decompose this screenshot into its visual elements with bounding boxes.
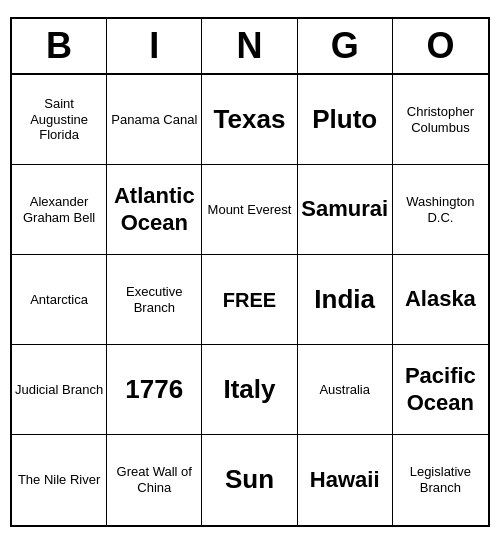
bingo-cell-23: Hawaii <box>298 435 393 525</box>
bingo-cell-4: Christopher Columbus <box>393 75 488 165</box>
bingo-cell-2: Texas <box>202 75 297 165</box>
bingo-letter-b: B <box>12 19 107 73</box>
bingo-cell-13: India <box>298 255 393 345</box>
bingo-cell-14: Alaska <box>393 255 488 345</box>
bingo-cell-0: Saint Augustine Florida <box>12 75 107 165</box>
bingo-letter-g: G <box>298 19 393 73</box>
bingo-cell-10: Antarctica <box>12 255 107 345</box>
bingo-cell-16: 1776 <box>107 345 202 435</box>
bingo-cell-19: Pacific Ocean <box>393 345 488 435</box>
bingo-card: BINGO Saint Augustine FloridaPanama Cana… <box>10 17 490 527</box>
bingo-cell-21: Great Wall of China <box>107 435 202 525</box>
bingo-cell-11: Executive Branch <box>107 255 202 345</box>
bingo-cell-24: Legislative Branch <box>393 435 488 525</box>
bingo-letter-i: I <box>107 19 202 73</box>
bingo-cell-20: The Nile River <box>12 435 107 525</box>
bingo-cell-3: Pluto <box>298 75 393 165</box>
bingo-cell-22: Sun <box>202 435 297 525</box>
bingo-cell-8: Samurai <box>298 165 393 255</box>
bingo-cell-6: Atlantic Ocean <box>107 165 202 255</box>
bingo-cell-9: Washington D.C. <box>393 165 488 255</box>
bingo-cell-1: Panama Canal <box>107 75 202 165</box>
bingo-letter-o: O <box>393 19 488 73</box>
bingo-letter-n: N <box>202 19 297 73</box>
bingo-cell-7: Mount Everest <box>202 165 297 255</box>
bingo-header: BINGO <box>12 19 488 75</box>
bingo-cell-17: Italy <box>202 345 297 435</box>
bingo-cell-12: FREE <box>202 255 297 345</box>
bingo-cell-18: Australia <box>298 345 393 435</box>
bingo-grid: Saint Augustine FloridaPanama CanalTexas… <box>12 75 488 525</box>
bingo-cell-15: Judicial Branch <box>12 345 107 435</box>
bingo-cell-5: Alexander Graham Bell <box>12 165 107 255</box>
